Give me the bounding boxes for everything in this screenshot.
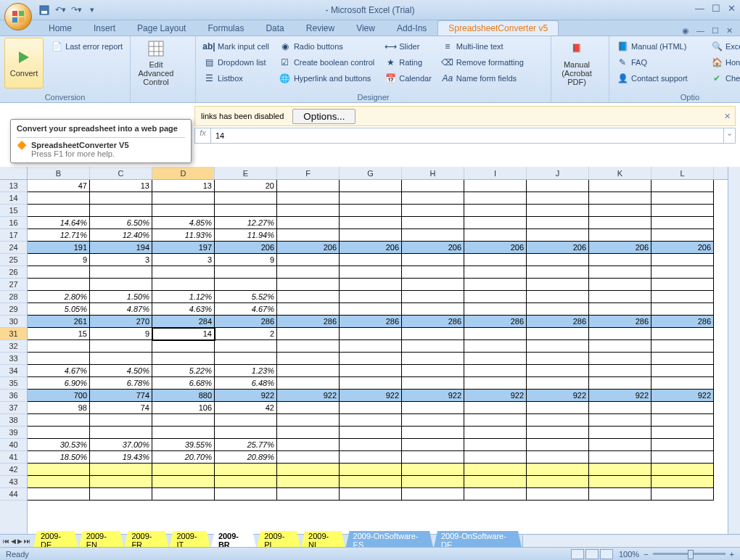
doc-restore-button[interactable]: ☐ [712,26,719,36]
cell[interactable]: 30.53% [28,439,90,451]
cell[interactable] [589,365,651,377]
cell[interactable] [340,291,402,303]
sheet-prev-button[interactable]: ◀ [11,538,16,545]
cell[interactable] [152,205,215,217]
edit-advanced-button[interactable]: Edit Advanced Control [135,38,177,88]
cell[interactable] [651,303,714,316]
cell[interactable] [464,254,527,266]
cell[interactable] [651,414,714,427]
cell[interactable] [340,402,402,414]
col-header-G[interactable]: G [340,167,402,179]
view-normal-button[interactable] [571,549,584,559]
cell[interactable] [340,464,402,476]
cell[interactable] [28,488,90,501]
row-header[interactable]: 33 [0,353,27,365]
faq-button[interactable]: ✎FAQ [614,55,691,70]
cell[interactable] [277,414,340,427]
cell[interactable]: 922 [464,390,527,402]
redo-icon[interactable]: ↷▾ [70,4,83,17]
cell[interactable] [527,291,589,303]
cell[interactable] [464,464,527,476]
cell[interactable] [464,328,527,340]
cell[interactable] [464,266,527,279]
cell[interactable] [90,353,152,365]
cell[interactable] [651,476,714,488]
dropdown-list-button[interactable]: ▤Dropdown list [200,55,272,70]
cell[interactable] [277,340,340,353]
cell[interactable] [340,353,402,365]
cell[interactable] [527,180,589,192]
cell[interactable] [589,402,651,414]
cell[interactable] [527,303,589,316]
cell[interactable]: 922 [402,390,464,402]
cell[interactable]: 286 [589,316,651,328]
cell[interactable]: 20.70% [152,451,215,464]
cell[interactable] [90,266,152,279]
cell[interactable]: 12.40% [90,229,152,242]
listbox-button[interactable]: ☰Listbox [200,71,272,86]
cell[interactable] [402,451,464,464]
cell[interactable] [589,279,651,291]
convert-button[interactable]: Convert [4,38,44,88]
cell[interactable] [402,291,464,303]
row-header[interactable]: 44 [0,488,27,501]
cell[interactable] [277,180,340,192]
row-header[interactable]: 24 [0,242,27,254]
cell[interactable] [90,205,152,217]
hyperlink-button[interactable]: 🌐Hyperlink and buttons [276,71,377,86]
cell[interactable] [340,365,402,377]
cell[interactable] [527,254,589,266]
cell[interactable]: 286 [651,316,714,328]
cell[interactable] [277,217,340,229]
cell[interactable]: 286 [340,316,402,328]
cell[interactable]: 98 [28,402,90,414]
cell[interactable] [277,353,340,365]
cell[interactable] [277,439,340,451]
cell[interactable] [651,340,714,353]
slider-button[interactable]: ⟷Slider [382,39,435,54]
manual-html-button[interactable]: 📘Manual (HTML) [614,39,691,54]
cell[interactable] [28,353,90,365]
cell[interactable] [651,205,714,217]
row-header[interactable]: 40 [0,439,27,451]
cell[interactable] [527,451,589,464]
cell[interactable] [340,229,402,242]
cell[interactable] [402,353,464,365]
cell[interactable] [464,402,527,414]
cell[interactable] [152,414,215,427]
cell[interactable]: 286 [215,316,277,328]
cell[interactable]: 191 [28,242,90,254]
cell[interactable]: 39.55% [152,439,215,451]
cell[interactable] [527,476,589,488]
cell[interactable] [651,180,714,192]
select-all-corner[interactable] [0,167,28,180]
row-header[interactable]: 32 [0,340,27,353]
cell[interactable] [527,365,589,377]
cell[interactable] [215,427,277,439]
cell[interactable] [152,488,215,501]
cell[interactable] [277,291,340,303]
cell[interactable]: 922 [277,390,340,402]
cell[interactable] [277,365,340,377]
calendar-button[interactable]: 📅Calendar [382,71,435,86]
cell[interactable]: 11.94% [215,229,277,242]
options-button[interactable]: Options... [292,109,355,124]
cell[interactable] [589,266,651,279]
cell[interactable] [152,279,215,291]
row-header[interactable]: 13 [0,180,27,192]
cell[interactable]: 9 [90,328,152,340]
cell[interactable] [277,427,340,439]
cell[interactable]: 4.50% [90,365,152,377]
last-error-button[interactable]: 📄Last error report [48,39,126,54]
cell[interactable] [527,377,589,390]
boolean-button[interactable]: ☑Create boolean control [276,55,377,70]
cell[interactable] [28,464,90,476]
cell[interactable] [152,353,215,365]
cell[interactable]: 12.71% [28,229,90,242]
cell[interactable] [402,427,464,439]
cell[interactable]: 12.27% [215,217,277,229]
cell[interactable]: 1.12% [152,291,215,303]
cell[interactable] [589,451,651,464]
cell[interactable]: 14 [152,328,215,340]
row-header[interactable]: 36 [0,390,27,402]
